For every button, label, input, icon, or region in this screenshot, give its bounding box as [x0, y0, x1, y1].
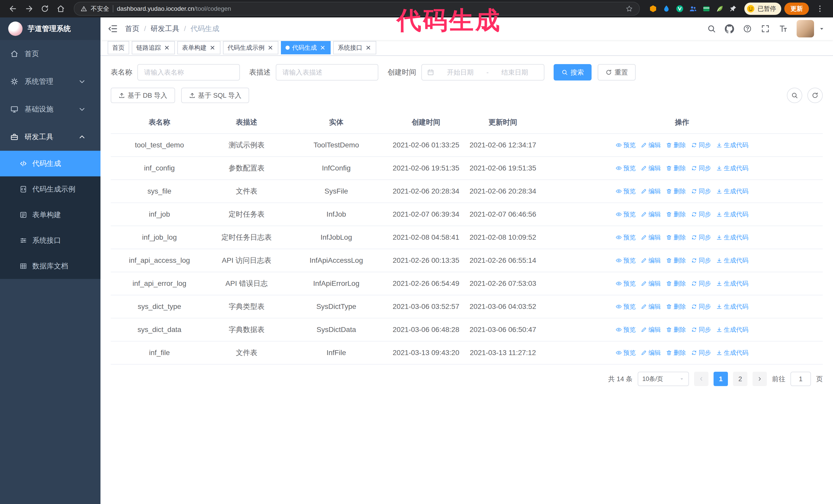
close-icon[interactable]: [319, 44, 326, 51]
refresh-table-button[interactable]: [807, 88, 823, 103]
sidebar-item-0[interactable]: 首页: [0, 40, 100, 68]
sidebar-subitem-2[interactable]: 表单构建: [0, 202, 100, 227]
breadcrumb-item[interactable]: 研发工具: [151, 24, 180, 33]
delete-action[interactable]: 删除: [666, 140, 686, 151]
edit-action[interactable]: 编辑: [641, 209, 661, 220]
delete-action[interactable]: 删除: [666, 255, 686, 266]
sidebar-subitem-1[interactable]: 代码生成示例: [0, 176, 100, 202]
tab-4[interactable]: 代码生成: [281, 41, 331, 54]
address-bar[interactable]: 不安全 dashboard.yudao.iocoder.cn/tool/code…: [74, 2, 640, 16]
hamburger-icon[interactable]: [108, 24, 118, 34]
sync-action[interactable]: 同步: [691, 278, 711, 289]
goto-page-input[interactable]: [790, 372, 811, 386]
preview-action[interactable]: 预览: [616, 186, 636, 197]
sidebar-subitem-0[interactable]: 代码生成: [0, 151, 100, 176]
back-icon[interactable]: [9, 4, 18, 13]
delete-action[interactable]: 删除: [666, 278, 686, 289]
update-button[interactable]: 更新: [784, 3, 809, 15]
delete-action[interactable]: 删除: [666, 301, 686, 312]
sync-action[interactable]: 同步: [691, 140, 711, 151]
close-icon[interactable]: [365, 44, 372, 51]
tab-5[interactable]: 系统接口: [333, 41, 376, 54]
generate-code-action[interactable]: 生成代码: [716, 140, 748, 151]
breadcrumb-item[interactable]: 首页: [125, 24, 139, 33]
delete-action[interactable]: 删除: [666, 163, 686, 174]
sidebar-subitem-4[interactable]: 数据库文档: [0, 253, 100, 279]
edit-action[interactable]: 编辑: [641, 186, 661, 197]
edit-action[interactable]: 编辑: [641, 301, 661, 312]
extension-drop-icon[interactable]: [662, 5, 670, 13]
extension-cube-icon[interactable]: [649, 5, 657, 13]
breadcrumb-item[interactable]: 代码生成: [191, 24, 219, 33]
date-range-picker[interactable]: 开始日期 - 结束日期: [421, 64, 544, 80]
search-icon[interactable]: [707, 24, 716, 33]
tab-0[interactable]: 首页: [108, 41, 129, 54]
bookmark-star-icon[interactable]: [625, 5, 633, 13]
preview-action[interactable]: 预览: [616, 163, 636, 174]
generate-code-action[interactable]: 生成代码: [716, 347, 748, 358]
edit-action[interactable]: 编辑: [641, 140, 661, 151]
avatar[interactable]: [796, 20, 814, 38]
generate-code-action[interactable]: 生成代码: [716, 324, 748, 335]
preview-action[interactable]: 预览: [616, 324, 636, 335]
sync-action[interactable]: 同步: [691, 324, 711, 335]
sidebar-item-3[interactable]: 研发工具: [0, 123, 100, 151]
column-header[interactable]: 操作: [541, 111, 823, 134]
delete-action[interactable]: 删除: [666, 347, 686, 358]
preview-action[interactable]: 预览: [616, 347, 636, 358]
generate-code-action[interactable]: 生成代码: [716, 255, 748, 266]
edit-action[interactable]: 编辑: [641, 324, 661, 335]
logo-bar[interactable]: 芋道管理系统: [0, 18, 100, 40]
extension-card-icon[interactable]: [702, 5, 711, 13]
table-desc-input[interactable]: [276, 64, 378, 80]
fullscreen-icon[interactable]: [761, 24, 770, 33]
page-size-select[interactable]: 10条/页: [638, 372, 689, 386]
edit-action[interactable]: 编辑: [641, 163, 661, 174]
sync-action[interactable]: 同步: [691, 232, 711, 243]
edit-action[interactable]: 编辑: [641, 278, 661, 289]
sync-action[interactable]: 同步: [691, 186, 711, 197]
import-db-button[interactable]: 基于 DB 导入: [111, 88, 175, 103]
toggle-search-button[interactable]: [787, 88, 802, 103]
sidebar-subitem-3[interactable]: 系统接口: [0, 227, 100, 253]
delete-action[interactable]: 删除: [666, 324, 686, 335]
generate-code-action[interactable]: 生成代码: [716, 278, 748, 289]
sync-action[interactable]: 同步: [691, 255, 711, 266]
preview-action[interactable]: 预览: [616, 232, 636, 243]
close-icon[interactable]: [164, 44, 170, 51]
extension-people-icon[interactable]: [689, 5, 697, 13]
close-icon[interactable]: [267, 44, 274, 51]
sync-action[interactable]: 同步: [691, 347, 711, 358]
sidebar-item-2[interactable]: 基础设施: [0, 95, 100, 123]
forward-icon[interactable]: [25, 4, 33, 13]
question-icon[interactable]: [743, 24, 752, 33]
prev-page-button[interactable]: [694, 372, 709, 386]
reset-button[interactable]: 重置: [598, 64, 636, 80]
column-header[interactable]: 更新时间: [465, 111, 541, 134]
generate-code-action[interactable]: 生成代码: [716, 209, 748, 220]
preview-action[interactable]: 预览: [616, 209, 636, 220]
preview-action[interactable]: 预览: [616, 278, 636, 289]
delete-action[interactable]: 删除: [666, 186, 686, 197]
search-button[interactable]: 搜索: [554, 64, 592, 80]
preview-action[interactable]: 预览: [616, 255, 636, 266]
tab-2[interactable]: 表单构建: [177, 41, 220, 54]
extension-v-badge-icon[interactable]: [675, 5, 684, 13]
github-icon[interactable]: [725, 24, 734, 33]
extension-leaf-icon[interactable]: [716, 5, 724, 13]
generate-code-action[interactable]: 生成代码: [716, 232, 748, 243]
column-header[interactable]: 实体: [285, 111, 387, 134]
caret-down-icon[interactable]: [819, 26, 825, 32]
reload-icon[interactable]: [41, 4, 49, 13]
font-size-icon[interactable]: [779, 24, 788, 33]
edit-action[interactable]: 编辑: [641, 255, 661, 266]
edit-action[interactable]: 编辑: [641, 232, 661, 243]
tab-3[interactable]: 代码生成示例: [223, 41, 278, 54]
import-sql-button[interactable]: 基于 SQL 导入: [181, 88, 249, 103]
close-icon[interactable]: [209, 44, 216, 51]
tab-1[interactable]: 链路追踪: [132, 41, 175, 54]
generate-code-action[interactable]: 生成代码: [716, 163, 748, 174]
page-button-1[interactable]: 1: [714, 372, 728, 386]
generate-code-action[interactable]: 生成代码: [716, 301, 748, 312]
table-name-input[interactable]: [137, 64, 240, 80]
